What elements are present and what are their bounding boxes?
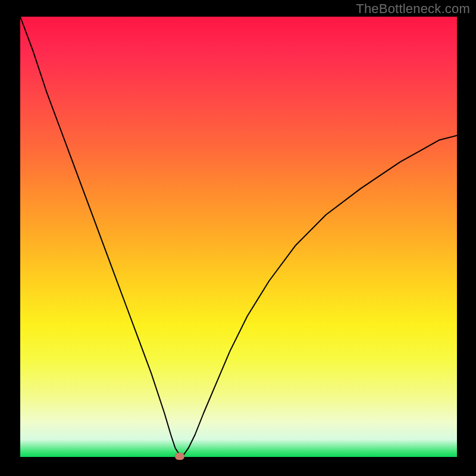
bottleneck-curve-line (20, 17, 457, 455)
chart-frame: TheBottleneck.com (0, 0, 476, 476)
watermark-text: TheBottleneck.com (356, 1, 470, 17)
curve-svg (20, 17, 457, 457)
plot-area (20, 17, 457, 457)
optimal-point-marker (175, 453, 184, 460)
